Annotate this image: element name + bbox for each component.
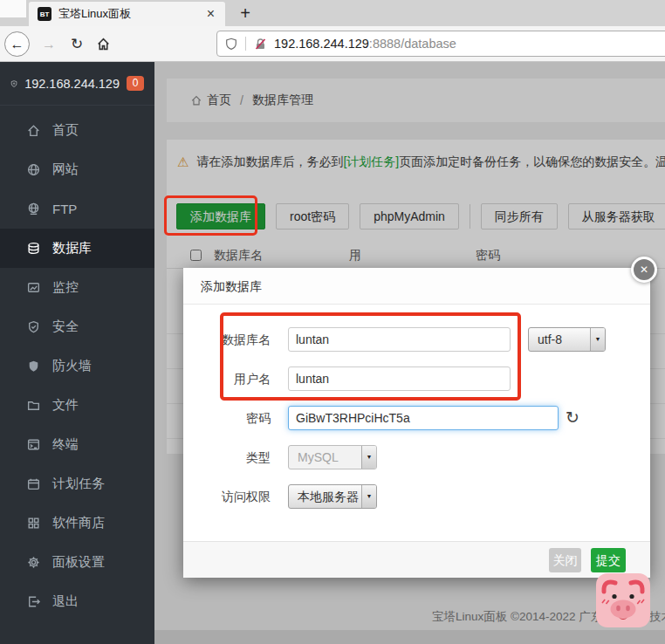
access-row: 访问权限 本地服务器 ▼ [183, 484, 650, 509]
tab-title: 宝塔Linux面板 [58, 6, 205, 22]
sidebar-item-label: 终端 [52, 436, 79, 453]
dbname-input[interactable] [288, 327, 511, 352]
browser-home-button[interactable] [91, 31, 115, 57]
bt-favicon-icon: BT [38, 7, 51, 21]
sidebar-item-appstore[interactable]: 软件商店 [0, 504, 154, 543]
charset-select[interactable]: utf-8 ▼ [528, 327, 606, 352]
back-button[interactable]: ← [4, 31, 30, 57]
chevron-down-icon: ▼ [361, 446, 376, 469]
sidebar-item-settings[interactable]: 面板设置 [0, 543, 154, 582]
access-select[interactable]: 本地服务器 ▼ [288, 484, 377, 509]
bt-shield-logo-icon [10, 75, 17, 92]
regenerate-password-icon[interactable]: ↻ [566, 408, 579, 428]
sidebar-item-label: 防火墙 [52, 358, 92, 374]
calendar-icon [26, 476, 41, 491]
sidebar-item-files[interactable]: 文件 [0, 386, 154, 425]
sidebar-item-terminal[interactable]: 终端 [0, 425, 154, 464]
type-value: MySQL [298, 450, 339, 464]
home-icon [26, 123, 41, 138]
sidebar-item-label: 数据库 [52, 240, 92, 257]
server-ip: 192.168.244.129 [24, 77, 120, 91]
insecure-lock-icon[interactable] [254, 38, 267, 51]
ftp-icon [26, 202, 41, 216]
message-count-badge[interactable]: 0 [127, 76, 144, 91]
url-host: 192.168.244.129 [274, 37, 369, 51]
sidebar-item-label: 网站 [52, 161, 79, 178]
sidebar-item-label: 安全 [52, 319, 79, 335]
main-content: 首页 / 数据库管理 ⚠ 请在添加数据库后，务必到[计划任务]页面添加定时备份任… [154, 62, 665, 644]
sidebar-server-header[interactable]: 192.168.244.129 0 [0, 62, 154, 106]
sidebar-item-sites[interactable]: 网站 [0, 150, 154, 189]
access-label: 访问权限 [183, 484, 271, 509]
browser-tab-bar: BT 宝塔Linux面板 × + [0, 0, 665, 26]
sidebar-item-label: 文件 [52, 397, 79, 414]
globe-icon [26, 162, 41, 177]
window-corner [0, 0, 26, 17]
sidebar-item-monitor[interactable]: 监控 [0, 268, 154, 307]
new-tab-button[interactable]: + [232, 0, 258, 26]
forward-button[interactable]: → [37, 31, 61, 57]
pig-icon [596, 573, 650, 627]
sidebar-item-label: 计划任务 [52, 476, 105, 492]
chevron-down-icon: ▼ [590, 328, 605, 351]
browser-window: BT 宝塔Linux面板 × + ← → ↻ 192.168.244.129 :… [0, 0, 665, 644]
dialog-submit-button[interactable]: 提交 [591, 548, 626, 572]
urlbar-divider [245, 37, 246, 51]
browser-tab[interactable]: BT 宝塔Linux面板 × [29, 2, 225, 26]
sidebar-item-label: 首页 [52, 122, 79, 139]
chevron-down-icon: ▼ [361, 485, 376, 508]
monitor-icon [26, 280, 41, 295]
sidebar-item-security[interactable]: 安全 [0, 307, 154, 346]
sidebar-item-label: 退出 [52, 593, 79, 610]
grid-icon [26, 516, 41, 531]
sidebar-item-database[interactable]: 数据库 [0, 229, 154, 268]
dialog-cancel-button[interactable]: 关闭 [549, 548, 581, 572]
sidebar-item-logout[interactable]: 退出 [0, 582, 154, 621]
sidebar-item-label: 软件商店 [52, 515, 105, 531]
type-select[interactable]: MySQL ▼ [288, 445, 377, 469]
password-input[interactable] [288, 406, 559, 430]
username-input[interactable] [288, 367, 511, 391]
sidebar-item-label: FTP [52, 202, 77, 216]
bt-panel-app: 192.168.244.129 0 首页 网站 FTP 数据库 [0, 62, 665, 644]
username-label: 用户名 [183, 367, 271, 391]
username-row: 用户名 [183, 367, 650, 391]
tracking-shield-icon[interactable] [225, 38, 237, 50]
logout-icon [26, 594, 41, 609]
sidebar-menu: 首页 网站 FTP 数据库 监控 [0, 111, 154, 621]
url-path: :8888/database [369, 37, 456, 51]
home-icon [96, 37, 111, 51]
access-value: 本地服务器 [298, 490, 359, 504]
firewall-shield-icon [26, 359, 41, 373]
type-label: 类型 [183, 445, 271, 469]
terminal-icon [26, 437, 41, 452]
sidebar-item-firewall[interactable]: 防火墙 [0, 346, 154, 386]
sidebar-item-home[interactable]: 首页 [0, 111, 154, 150]
password-row: 密码 ↻ [183, 406, 650, 430]
address-bar[interactable]: 192.168.244.129 :8888/database [216, 31, 665, 57]
dbname-row: 数据库名 utf-8 ▼ [183, 327, 650, 352]
sidebar: 192.168.244.129 0 首页 网站 FTP 数据库 [0, 62, 154, 644]
sidebar-item-label: 监控 [52, 279, 79, 296]
add-database-dialog: ✕ 添加数据库 数据库名 utf-8 ▼ 用户名 密码 [183, 268, 650, 578]
dialog-title: 添加数据库 [183, 268, 650, 305]
dbname-label: 数据库名 [183, 327, 271, 352]
shield-check-icon [26, 319, 41, 334]
close-icon: ✕ [634, 259, 655, 280]
charset-value: utf-8 [538, 332, 562, 346]
password-label: 密码 [183, 406, 271, 430]
folder-icon [26, 398, 41, 413]
database-icon [26, 241, 41, 256]
bt-pig-mascot[interactable] [596, 573, 650, 627]
type-row: 类型 MySQL ▼ [183, 445, 650, 469]
gear-icon [26, 555, 41, 570]
dialog-footer: 关闭 提交 [183, 541, 650, 578]
sidebar-item-ftp[interactable]: FTP [0, 189, 154, 229]
dialog-close-button[interactable]: ✕ [631, 257, 657, 283]
sidebar-item-cron[interactable]: 计划任务 [0, 464, 154, 504]
tab-close-icon[interactable]: × [205, 7, 216, 21]
sidebar-item-label: 面板设置 [52, 554, 105, 571]
reload-button[interactable]: ↻ [65, 31, 89, 57]
